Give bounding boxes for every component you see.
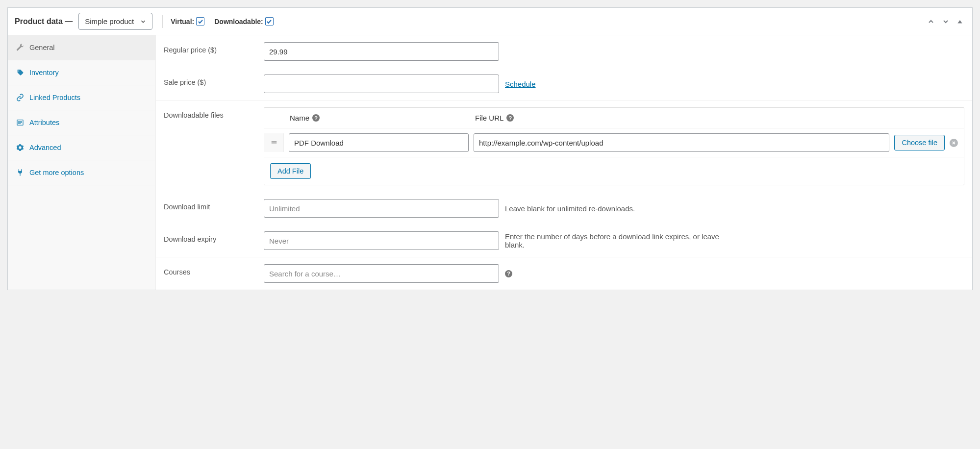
sidebar-item-label: General [29,44,55,51]
sidebar-item-get-more-options[interactable]: Get more options [8,160,155,185]
plug-icon [16,168,25,177]
checkbox-checked-icon [196,17,204,25]
download-limit-input[interactable] [264,199,499,218]
link-icon [16,93,25,102]
regular-price-input[interactable] [264,42,499,61]
download-expiry-help: Enter the number of days before a downlo… [505,232,730,249]
download-limit-help: Leave blank for unlimited re-downloads. [505,204,635,213]
move-up-icon[interactable] [925,17,937,26]
wrench-icon [16,43,25,52]
sidebar-item-label: Get more options [29,169,84,176]
sidebar-item-label: Linked Products [29,94,80,101]
downloadable-toggle[interactable]: Downloadable: [214,17,274,25]
files-header: Name ? File URL ? [264,108,964,128]
virtual-toggle[interactable]: Virtual: [171,17,204,25]
row-download-limit: Download limit Leave blank for unlimited… [156,192,972,224]
row-download-expiry: Download expiry Enter the number of days… [156,224,972,257]
panel-body: General Inventory Linked Products Attrib… [8,35,972,290]
courses-search-input[interactable] [264,264,499,283]
drag-handle-icon[interactable] [264,133,284,152]
label-downloadable-files: Downloadable files [164,107,264,119]
label-regular-price: Regular price ($) [164,42,264,54]
schedule-link[interactable]: Schedule [505,80,536,88]
row-courses: Courses ? [156,257,972,290]
virtual-label: Virtual: [171,18,194,25]
checkbox-checked-icon [265,17,274,25]
product-type-select[interactable]: Simple product [78,13,152,30]
sale-price-input[interactable] [264,75,499,93]
sidebar-item-attributes[interactable]: Attributes [8,110,155,135]
general-panel: Regular price ($) Sale price ($) Schedul… [156,35,972,290]
panel-heading: Product data — Simple product Virtual: D… [8,8,972,35]
collapse-icon[interactable] [955,17,965,26]
sidebar-item-label: Advanced [29,144,61,151]
separator [162,15,163,28]
svg-marker-0 [957,20,962,23]
label-sale-price: Sale price ($) [164,75,264,86]
row-sale-price: Sale price ($) Schedule [156,68,972,100]
help-icon[interactable]: ? [506,114,514,122]
row-downloadable-files: Downloadable files Name ? File URL ? [156,100,972,192]
file-row: Choose file [264,128,964,157]
help-icon[interactable]: ? [312,114,320,122]
panel-title: Product data — [15,17,73,26]
choose-file-button[interactable]: Choose file [894,135,945,150]
file-name-input[interactable] [289,133,469,152]
help-icon[interactable]: ? [505,270,512,277]
row-regular-price: Regular price ($) [156,35,972,68]
label-download-expiry: Download expiry [164,231,264,243]
sidebar-item-label: Attributes [29,119,59,126]
sidebar-item-inventory[interactable]: Inventory [8,60,155,85]
tag-icon [16,68,25,77]
sidebar-item-general[interactable]: General [8,35,155,60]
add-file-button[interactable]: Add File [270,163,311,179]
label-download-limit: Download limit [164,199,264,211]
file-url-input[interactable] [474,133,889,152]
col-name-label: Name [290,114,309,122]
sidebar-item-linked-products[interactable]: Linked Products [8,85,155,110]
product-data-tabs: General Inventory Linked Products Attrib… [8,35,156,290]
sidebar-item-advanced[interactable]: Advanced [8,135,155,160]
product-data-metabox: Product data — Simple product Virtual: D… [7,7,973,290]
col-url-label: File URL [475,114,503,122]
label-courses: Courses [164,264,264,276]
gear-icon [16,143,25,152]
downloadable-files-table: Name ? File URL ? [264,107,964,185]
downloadable-label: Downloadable: [214,18,263,25]
delete-file-icon[interactable] [950,139,958,147]
list-icon [16,118,25,127]
move-down-icon[interactable] [940,17,952,26]
download-expiry-input[interactable] [264,231,499,250]
sidebar-item-label: Inventory [29,69,59,76]
